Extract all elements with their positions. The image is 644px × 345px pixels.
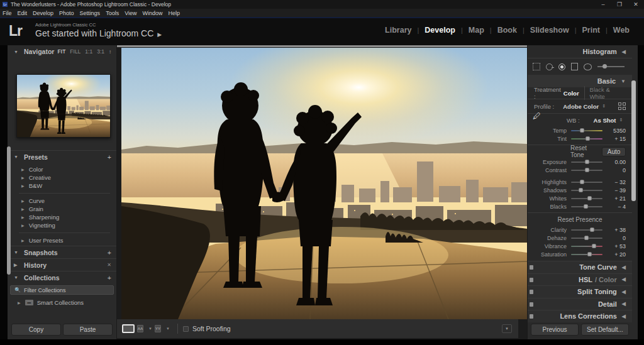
exposure-slider[interactable] bbox=[571, 162, 602, 163]
close-button[interactable]: ✕ bbox=[628, 0, 644, 9]
smart-collections-item[interactable]: ▶ ▬ Smart Collections bbox=[8, 297, 116, 307]
minimize-button[interactable]: – bbox=[595, 0, 611, 9]
slider-thumb[interactable] bbox=[585, 168, 589, 172]
chevron-down-icon[interactable]: ▼ bbox=[166, 327, 170, 331]
collapse-triangle-icon[interactable]: ◀ bbox=[622, 49, 626, 55]
menu-settings[interactable]: Settings bbox=[80, 10, 101, 16]
zoom-3-1[interactable]: 3:1 bbox=[97, 48, 104, 55]
lens-corrections-panel-header[interactable]: Lens Corrections ◀ bbox=[528, 310, 632, 322]
copy-button[interactable]: Copy bbox=[11, 324, 61, 336]
add-preset-button[interactable]: + bbox=[108, 153, 111, 161]
shadows-slider[interactable] bbox=[571, 190, 602, 191]
menu-tools[interactable]: Tools bbox=[106, 10, 119, 16]
menu-help[interactable]: Help bbox=[169, 10, 180, 16]
treatment-color-button[interactable]: Color bbox=[564, 90, 579, 97]
module-map[interactable]: Map bbox=[463, 26, 490, 35]
zoom-fit[interactable]: FIT bbox=[58, 48, 66, 55]
graduated-filter-icon[interactable] bbox=[571, 63, 578, 70]
preset-sharpening[interactable]: ▶Sharpening bbox=[8, 213, 116, 221]
highlights-slider[interactable] bbox=[571, 182, 602, 183]
treatment-bw-button[interactable]: Black & White bbox=[584, 86, 626, 100]
module-book[interactable]: Book bbox=[492, 26, 523, 35]
crop-overlay-icon[interactable] bbox=[533, 63, 540, 70]
collapse-triangle-icon[interactable]: ▼ bbox=[14, 275, 19, 280]
navigator-header[interactable]: ▼ Navigator FIT FILL 1:1 3:1 ↕ bbox=[8, 45, 116, 58]
preset-color[interactable]: ▶Color bbox=[8, 165, 116, 173]
clear-history-button[interactable]: ✕ bbox=[107, 262, 111, 268]
collapse-triangle-icon[interactable]: ◀ bbox=[622, 301, 626, 307]
slider-thumb[interactable] bbox=[580, 128, 584, 133]
slider-thumb[interactable] bbox=[580, 180, 584, 184]
panel-toggle-switch[interactable] bbox=[530, 302, 533, 307]
before-after-split-icon[interactable]: YY bbox=[155, 324, 161, 333]
slider-thumb[interactable] bbox=[590, 227, 594, 232]
collapse-triangle-icon[interactable]: ▼ bbox=[14, 155, 19, 159]
spot-removal-icon[interactable] bbox=[546, 63, 553, 70]
collapse-triangle-icon[interactable]: ▼ bbox=[14, 250, 19, 255]
presets-header[interactable]: ▼ Presets + bbox=[8, 150, 116, 163]
dehaze-slider[interactable] bbox=[571, 238, 602, 239]
collapse-triangle-icon[interactable]: ▼ bbox=[621, 79, 626, 84]
saturation-slider[interactable] bbox=[571, 254, 602, 255]
loupe-view-icon[interactable] bbox=[122, 324, 135, 333]
collapse-triangle-icon[interactable]: ◀ bbox=[622, 265, 626, 270]
vibrance-slider[interactable] bbox=[571, 246, 602, 247]
previous-button[interactable]: Previous bbox=[531, 324, 579, 336]
panel-title-secondary[interactable]: / Color bbox=[595, 276, 617, 283]
basic-panel-header[interactable]: Basic ▼ bbox=[528, 75, 632, 87]
preset-curve[interactable]: ▶Curve bbox=[8, 197, 116, 205]
photo-canvas[interactable] bbox=[121, 48, 527, 319]
panel-toggle-switch[interactable] bbox=[530, 278, 533, 282]
collapse-triangle-icon[interactable]: ◀ bbox=[622, 314, 626, 319]
menu-window[interactable]: Window bbox=[143, 10, 163, 16]
updown-icon[interactable]: ↕ bbox=[109, 49, 111, 55]
radial-filter-icon[interactable] bbox=[584, 63, 592, 70]
panel-toggle-switch[interactable] bbox=[530, 265, 533, 270]
red-eye-icon[interactable] bbox=[558, 63, 565, 70]
temp-slider[interactable] bbox=[571, 130, 602, 131]
zoom-1-1[interactable]: 1:1 bbox=[85, 48, 92, 55]
wb-eyedropper-icon[interactable]: 🖊 bbox=[533, 111, 541, 121]
set-default-button[interactable]: Set Default... bbox=[581, 324, 629, 336]
preset-user-presets[interactable]: ▶User Presets bbox=[8, 236, 116, 244]
collapse-triangle-icon[interactable]: ◀ bbox=[622, 277, 626, 282]
preset-bw[interactable]: ▶B&W bbox=[8, 182, 116, 190]
profile-browser-icon[interactable] bbox=[618, 102, 626, 110]
reset-presence-button[interactable]: Reset Presence bbox=[557, 216, 602, 223]
auto-button[interactable]: Auto bbox=[602, 147, 626, 156]
collapse-triangle-icon[interactable]: ▶ bbox=[14, 263, 19, 268]
preset-grain[interactable]: ▶Grain bbox=[8, 205, 116, 213]
paste-button[interactable]: Paste bbox=[63, 324, 113, 336]
before-after-left-right-icon[interactable]: AA bbox=[137, 324, 143, 333]
module-web[interactable]: Web bbox=[608, 26, 635, 35]
collapse-triangle-icon[interactable]: ◀ bbox=[622, 289, 626, 295]
module-develop[interactable]: Develop bbox=[419, 26, 461, 35]
slider-thumb[interactable] bbox=[586, 136, 590, 141]
hsl-color-panel-header[interactable]: HSL / Color ◀ bbox=[528, 273, 632, 286]
menu-view[interactable]: View bbox=[125, 10, 136, 16]
slider-thumb[interactable] bbox=[585, 160, 589, 164]
menu-photo[interactable]: Photo bbox=[59, 10, 74, 16]
menu-file[interactable]: File bbox=[3, 10, 12, 16]
add-snapshot-button[interactable]: + bbox=[108, 249, 111, 256]
menu-edit[interactable]: Edit bbox=[18, 10, 28, 16]
preset-creative[interactable]: ▶Creative bbox=[8, 173, 116, 182]
module-slideshow[interactable]: Slideshow bbox=[525, 26, 575, 35]
wb-select[interactable]: As Shot bbox=[594, 117, 616, 124]
soft-proofing-checkbox[interactable] bbox=[183, 326, 189, 332]
clarity-slider[interactable] bbox=[571, 229, 602, 231]
slider-thumb[interactable] bbox=[592, 244, 596, 248]
detail-panel-header[interactable]: Detail ◀ bbox=[528, 298, 632, 310]
left-scrollbar[interactable] bbox=[7, 146, 11, 275]
contrast-slider[interactable] bbox=[571, 170, 602, 171]
module-library[interactable]: Library bbox=[379, 26, 417, 35]
blacks-slider[interactable] bbox=[571, 206, 602, 207]
module-print[interactable]: Print bbox=[576, 26, 605, 35]
slider-thumb[interactable] bbox=[587, 252, 592, 256]
tint-slider[interactable] bbox=[571, 138, 602, 140]
slider-thumb[interactable] bbox=[587, 196, 592, 200]
chevron-down-icon[interactable]: ▼ bbox=[148, 327, 152, 331]
history-header[interactable]: ▶ History ✕ bbox=[8, 258, 116, 271]
preset-vignetting[interactable]: ▶Vignetting bbox=[8, 221, 116, 229]
slider-thumb[interactable] bbox=[584, 204, 588, 209]
